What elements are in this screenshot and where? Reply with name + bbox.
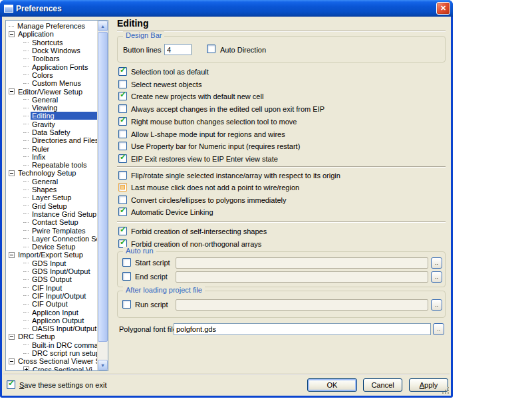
tree-item[interactable]: GDS Output xyxy=(6,275,97,283)
collapse-icon[interactable] xyxy=(9,252,15,258)
tree-item[interactable]: Layer Setup xyxy=(6,194,97,201)
tree-item[interactable]: CIF Output xyxy=(6,300,97,308)
tree-connector xyxy=(23,344,29,345)
tree-item[interactable]: Custom Menus xyxy=(6,79,97,87)
script-path-input[interactable] xyxy=(176,257,428,269)
checkbox[interactable] xyxy=(118,183,127,192)
tree-connector xyxy=(23,51,29,51)
tree-item-label: Repeatable tools xyxy=(31,161,88,169)
auto-direction-checkbox[interactable] xyxy=(207,45,215,53)
checkbox[interactable] xyxy=(122,272,131,281)
tree-item[interactable]: Application xyxy=(6,30,97,38)
checkbox-label: Selection tool as default xyxy=(131,67,209,76)
polygonal-font-input[interactable] xyxy=(174,323,431,335)
script-path-input[interactable] xyxy=(176,271,428,283)
checkbox[interactable] xyxy=(118,80,127,88)
tree-item[interactable]: DRC script run setup xyxy=(6,349,97,357)
tree-item[interactable]: Cross Sectional Viewer Setup xyxy=(6,357,97,365)
tree-item[interactable]: Editor/Viewer Setup xyxy=(6,87,97,95)
tree-item-label: Pwire Templates xyxy=(31,227,87,235)
tree-item[interactable]: Shapes xyxy=(6,186,97,194)
tree-item-label: Editor/Viewer Setup xyxy=(17,88,84,96)
tree-item[interactable]: Toolbars xyxy=(6,55,97,63)
tree-item[interactable]: Cross Sectional Vi xyxy=(6,365,97,370)
tree-item[interactable]: Infix xyxy=(6,153,97,161)
tree-item-label: Custom Menus xyxy=(31,79,82,87)
browse-button[interactable]: .. xyxy=(431,257,442,269)
tree-item[interactable]: Grid Setup xyxy=(6,202,97,210)
save-settings-row: ✓ Save these settings on exit xyxy=(7,380,106,389)
tree-item[interactable]: Applicon Output xyxy=(6,317,97,325)
tree-item[interactable]: Directories and Files xyxy=(6,136,97,144)
browse-button[interactable]: .. xyxy=(431,299,442,311)
tree-item[interactable]: Contact Setup xyxy=(6,218,97,226)
button-lines-input[interactable] xyxy=(164,44,192,55)
collapse-icon[interactable] xyxy=(9,31,15,37)
checkbox-label: Forbid creation of self-intersecting sha… xyxy=(131,227,267,235)
tree-item[interactable]: Instance Grid Setup xyxy=(6,210,97,218)
tree-item[interactable]: Built-in DRC command s... xyxy=(6,341,97,349)
tree-item[interactable]: Applicon Input xyxy=(6,308,97,316)
tree-item[interactable]: Repeatable tools xyxy=(6,161,97,169)
tree-item[interactable]: Device Setup xyxy=(6,243,97,251)
collapse-icon[interactable] xyxy=(9,88,15,94)
scroll-down-button[interactable]: ▼ xyxy=(98,360,108,370)
tree-item[interactable]: Manage Preferences xyxy=(6,22,97,30)
tree-item[interactable]: Editing xyxy=(6,112,97,120)
collapse-icon[interactable] xyxy=(9,334,15,340)
tree-item-label: DRC Setup xyxy=(17,332,57,340)
save-settings-checkbox[interactable]: ✓ xyxy=(7,380,15,389)
expand-icon[interactable] xyxy=(23,366,29,370)
checkbox[interactable] xyxy=(122,300,131,309)
tree-item[interactable]: Technology Setup xyxy=(6,169,97,177)
checkbox[interactable]: ✓ xyxy=(118,67,127,76)
tree-item[interactable]: Data Safety xyxy=(6,128,97,136)
checkbox[interactable]: ✓ xyxy=(118,117,127,126)
checkbox[interactable]: ✓ xyxy=(118,227,127,235)
polygonal-browse-button[interactable]: .. xyxy=(433,323,444,335)
ok-button[interactable]: OK xyxy=(307,378,357,392)
checkbox[interactable] xyxy=(118,130,127,138)
tree-scrollbar[interactable]: ▲ ▼ xyxy=(97,21,108,370)
tree-item[interactable]: Pwire Templates xyxy=(6,226,97,234)
tree-item[interactable]: Import/Export Setup xyxy=(6,251,97,259)
tree-item[interactable]: OASIS Input/Output xyxy=(6,325,97,332)
checkbox[interactable]: ✓ xyxy=(118,207,127,216)
scrollbar-thumb[interactable] xyxy=(98,32,108,342)
checkbox[interactable]: ✓ xyxy=(118,154,127,163)
scroll-up-button[interactable]: ▲ xyxy=(98,21,108,31)
button-lines-label: Button lines xyxy=(123,46,161,54)
script-path-input[interactable] xyxy=(176,299,428,311)
tree-item[interactable]: Shortcuts xyxy=(6,39,97,47)
resize-grip[interactable] xyxy=(442,386,450,394)
tree-item[interactable]: General xyxy=(6,96,97,104)
tree-item-label: Import/Export Setup xyxy=(17,251,84,259)
tree-connector xyxy=(23,320,29,321)
checkbox[interactable] xyxy=(122,258,131,267)
collapse-icon[interactable] xyxy=(9,170,15,176)
checkbox[interactable] xyxy=(118,171,127,180)
tree-item[interactable]: Colors xyxy=(6,71,97,79)
checkbox[interactable] xyxy=(118,104,127,113)
tree-item[interactable]: CIF Input xyxy=(6,284,97,292)
tree-item[interactable]: Gravity xyxy=(6,120,97,128)
cancel-button[interactable]: Cancel xyxy=(363,378,402,392)
tree-item[interactable]: Application Fonts xyxy=(6,63,97,70)
tree-item[interactable]: GDS Input/Output xyxy=(6,267,97,275)
checkbox[interactable]: ✓ xyxy=(118,92,127,100)
tree-item[interactable]: GDS Input xyxy=(6,259,97,267)
tree-item[interactable]: Layer Connection Setup xyxy=(6,235,97,243)
tree-item[interactable]: Dock Windows xyxy=(6,47,97,55)
checkbox[interactable] xyxy=(118,142,127,150)
browse-button[interactable]: .. xyxy=(431,271,442,283)
close-button[interactable]: ✕ xyxy=(436,2,450,15)
tree-item[interactable]: Ruler xyxy=(6,144,97,152)
tree-item[interactable]: General xyxy=(6,178,97,186)
checkbox[interactable] xyxy=(118,196,127,204)
title-bar[interactable]: Preferences ✕ xyxy=(0,0,453,17)
script-label: Start script xyxy=(135,259,170,267)
tree-item[interactable]: DRC Setup xyxy=(6,332,97,340)
tree-item[interactable]: Viewing xyxy=(6,104,97,112)
collapse-icon[interactable] xyxy=(9,358,15,364)
tree-item[interactable]: CIF Input/Output xyxy=(6,292,97,300)
